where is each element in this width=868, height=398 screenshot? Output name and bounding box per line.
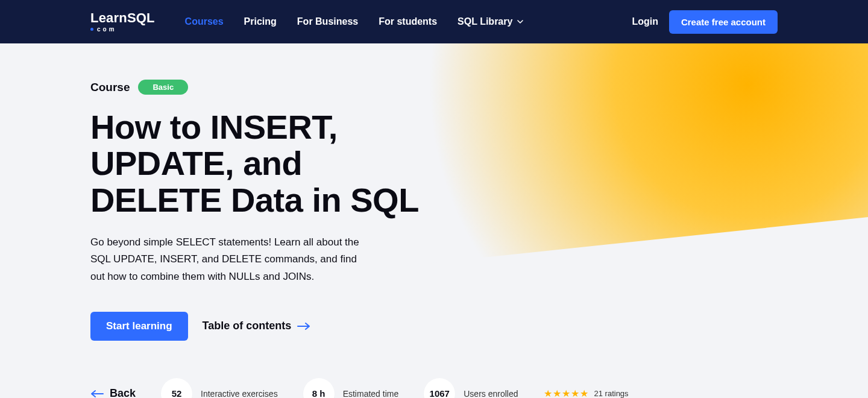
course-description: Go beyond simple SELECT statements! Lear… <box>90 234 374 285</box>
nav-pricing[interactable]: Pricing <box>244 16 277 27</box>
logo-part-sql: SQL <box>127 11 155 25</box>
arrow-right-icon <box>297 322 310 330</box>
nav-courses[interactable]: Courses <box>185 16 224 27</box>
login-link[interactable]: Login <box>632 16 658 27</box>
stat-users: 1067 Users enrolled <box>424 378 518 398</box>
stat-label: Interactive exercises <box>201 389 278 398</box>
back-link[interactable]: Back <box>90 387 136 398</box>
chevron-down-icon <box>517 19 523 25</box>
nav-label: Pricing <box>244 16 277 27</box>
main-nav: Courses Pricing For Business For student… <box>185 16 524 27</box>
logo-com: com <box>97 26 117 33</box>
star-icon: ★ <box>544 388 552 398</box>
stat-time: 8 h Estimated time <box>303 378 399 398</box>
logo[interactable]: Learn SQL com <box>90 11 155 33</box>
rating-stars: ★ ★ ★ ★ ★ <box>544 388 588 398</box>
header-actions: Login Create free account <box>632 10 778 34</box>
back-label: Back <box>110 387 136 398</box>
logo-subtext: com <box>90 26 155 33</box>
stats-bar: Back 52 Interactive exercises 8 h Estima… <box>90 378 868 398</box>
nav-for-students[interactable]: For students <box>379 16 437 27</box>
header: Learn SQL com Courses Pricing For Busine… <box>0 0 868 43</box>
logo-text: Learn SQL <box>90 11 155 25</box>
stat-label: Estimated time <box>343 389 399 398</box>
logo-part-learn: Learn <box>90 11 127 25</box>
stat-exercises: 52 Interactive exercises <box>161 378 278 398</box>
nav-for-business[interactable]: For Business <box>297 16 358 27</box>
logo-dot-icon <box>90 28 93 31</box>
main-content: Course Basic How to INSERT, UPDATE, and … <box>0 43 868 398</box>
page-title: How to INSERT, UPDATE, and DELETE Data i… <box>90 109 428 218</box>
level-badge: Basic <box>138 80 188 95</box>
nav-label: For Business <box>297 16 358 27</box>
nav-sql-library[interactable]: SQL Library <box>458 16 523 27</box>
star-icon: ★ <box>562 388 570 398</box>
cta-row: Start learning Table of contents <box>90 312 868 341</box>
rating: ★ ★ ★ ★ ★ 21 ratings <box>544 388 629 398</box>
course-meta-row: Course Basic <box>90 80 868 95</box>
nav-label: Courses <box>185 16 224 27</box>
table-of-contents-link[interactable]: Table of contents <box>203 320 311 332</box>
start-learning-button[interactable]: Start learning <box>90 312 188 341</box>
stat-value: 52 <box>161 378 192 398</box>
stat-value: 8 h <box>303 378 335 398</box>
course-label: Course <box>90 81 130 94</box>
star-icon: ★ <box>571 388 579 398</box>
stat-value: 1067 <box>424 378 455 398</box>
stat-label: Users enrolled <box>464 389 518 398</box>
nav-label: For students <box>379 16 437 27</box>
rating-count: 21 ratings <box>594 389 629 398</box>
arrow-left-icon <box>90 390 104 398</box>
toc-label: Table of contents <box>203 320 292 332</box>
star-icon: ★ <box>580 388 588 398</box>
create-account-button[interactable]: Create free account <box>669 10 778 34</box>
nav-label: SQL Library <box>458 16 512 27</box>
star-icon: ★ <box>553 388 561 398</box>
